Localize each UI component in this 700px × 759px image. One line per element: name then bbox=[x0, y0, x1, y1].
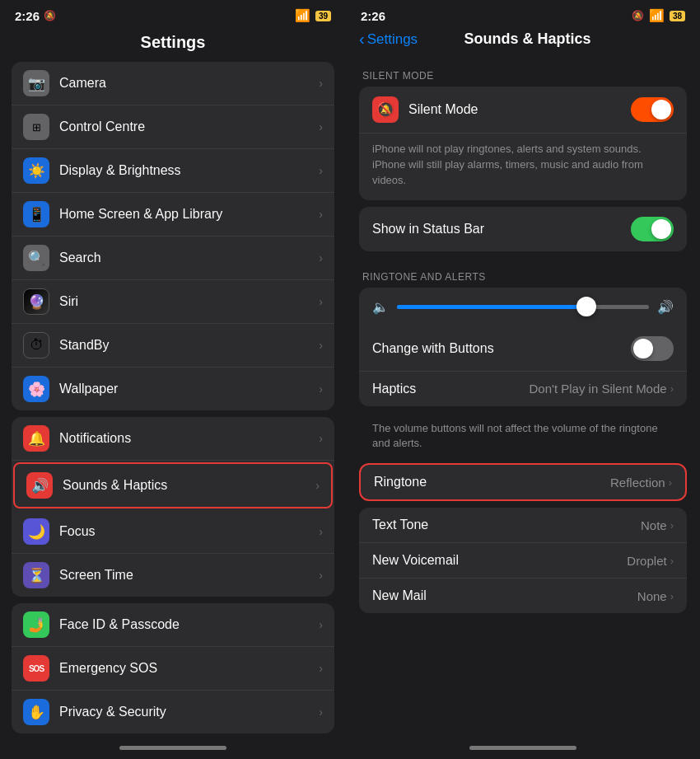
silent-mode-card: 🔕 Silent Mode iPhone will not play ringt… bbox=[359, 87, 687, 200]
standby-icon: ⏱ bbox=[23, 332, 49, 358]
sidebar-item-display[interactable]: ☀️ Display & Brightness › bbox=[12, 149, 334, 193]
settings-group-3: 🤳 Face ID & Passcode › SOS Emergency SOS… bbox=[12, 603, 334, 733]
silent-mode-toggle[interactable] bbox=[631, 97, 674, 122]
search-chevron: › bbox=[319, 251, 323, 265]
right-panel: 2:26 🔕 📶 38 ‹ Settings Sounds & Haptics … bbox=[346, 0, 700, 759]
control-centre-icon: ⊞ bbox=[23, 114, 49, 140]
focus-chevron: › bbox=[319, 525, 323, 538]
volume-high-icon: 🔊 bbox=[657, 299, 674, 315]
haptics-row[interactable]: Haptics Don't Play in Silent Mode › bbox=[359, 372, 687, 406]
right-panel-title: Sounds & Haptics bbox=[418, 30, 637, 48]
sidebar-item-focus[interactable]: 🌙 Focus › bbox=[12, 510, 334, 554]
sidebar-item-screen-time[interactable]: ⏳ Screen Time › bbox=[12, 554, 334, 597]
text-tone-label: Text Tone bbox=[372, 518, 641, 532]
control-centre-chevron: › bbox=[319, 120, 323, 134]
change-with-buttons-label: Change with Buttons bbox=[372, 341, 631, 356]
volume-slider-track[interactable] bbox=[397, 305, 649, 309]
sidebar-item-emergency-sos[interactable]: SOS Emergency SOS › bbox=[12, 647, 334, 691]
sidebar-item-face-id[interactable]: 🤳 Face ID & Passcode › bbox=[12, 603, 334, 647]
notifications-chevron: › bbox=[319, 432, 323, 445]
home-screen-icon: 📱 bbox=[23, 201, 49, 227]
right-time: 2:26 bbox=[361, 9, 385, 23]
right-status-bar: 2:26 🔕 📶 38 bbox=[346, 0, 700, 26]
standby-chevron: › bbox=[319, 339, 323, 352]
silent-mode-icon: 🔕 bbox=[372, 96, 399, 123]
new-mail-label: New Mail bbox=[372, 588, 637, 603]
settings-group-1: 📷 Camera › ⊞ Control Centre › ☀️ Display… bbox=[12, 62, 334, 410]
left-panel: 2:26 🔕 📶 39 Settings 📷 Camera › ⊞ Contro… bbox=[0, 0, 346, 759]
sidebar-item-home-screen[interactable]: 📱 Home Screen & App Library › bbox=[12, 193, 334, 237]
ringtone-card: Ringtone Reflection › bbox=[359, 463, 687, 501]
left-home-bar bbox=[119, 746, 226, 750]
volume-slider-row[interactable]: 🔈 🔊 bbox=[359, 288, 687, 326]
tones-card: Text Tone Note › New Voicemail Droplet ›… bbox=[359, 508, 687, 613]
silent-mode-description: iPhone will not play ringtones, alerts a… bbox=[359, 134, 687, 200]
right-wifi-icon: 📶 bbox=[649, 8, 665, 23]
back-chevron-icon: ‹ bbox=[359, 30, 365, 49]
right-content: SILENT MODE 🔕 Silent Mode iPhone will no… bbox=[346, 57, 700, 739]
left-panel-title: Settings bbox=[0, 26, 346, 62]
control-centre-label: Control Centre bbox=[59, 119, 319, 134]
sounds-chevron: › bbox=[315, 479, 320, 492]
left-wifi-icon: 📶 bbox=[295, 8, 310, 23]
wallpaper-chevron: › bbox=[319, 382, 323, 396]
text-tone-row[interactable]: Text Tone Note › bbox=[359, 508, 687, 543]
show-status-bar-row[interactable]: Show in Status Bar bbox=[359, 207, 687, 251]
text-tone-chevron: › bbox=[670, 519, 674, 532]
sidebar-item-sounds[interactable]: 🔊 Sounds & Haptics › bbox=[13, 462, 333, 508]
sidebar-item-privacy[interactable]: ✋ Privacy & Security › bbox=[12, 691, 334, 733]
change-with-buttons-toggle[interactable] bbox=[631, 336, 674, 361]
sidebar-item-notifications[interactable]: 🔔 Notifications › bbox=[12, 417, 334, 461]
new-mail-chevron: › bbox=[670, 590, 674, 602]
show-status-bar-toggle[interactable] bbox=[631, 217, 674, 241]
ringtone-section-label: RINGTONE AND ALERTS bbox=[359, 258, 687, 288]
new-voicemail-label: New Voicemail bbox=[372, 553, 627, 568]
search-icon: 🔍 bbox=[23, 245, 49, 271]
sidebar-item-search[interactable]: 🔍 Search › bbox=[12, 237, 334, 280]
face-id-chevron: › bbox=[319, 618, 323, 631]
notifications-icon: 🔔 bbox=[23, 425, 49, 452]
silent-mode-row[interactable]: 🔕 Silent Mode bbox=[359, 87, 687, 134]
ringtone-value: Reflection bbox=[610, 476, 665, 490]
new-voicemail-row[interactable]: New Voicemail Droplet › bbox=[359, 543, 687, 579]
change-with-buttons-row[interactable]: Change with Buttons bbox=[359, 326, 687, 372]
home-screen-chevron: › bbox=[319, 208, 323, 221]
show-status-bar-toggle-knob bbox=[651, 219, 671, 239]
face-id-icon: 🤳 bbox=[23, 611, 49, 638]
screen-time-icon: ⏳ bbox=[23, 562, 49, 588]
right-bell-icon: 🔕 bbox=[632, 10, 644, 21]
sidebar-item-standby[interactable]: ⏱ StandBy › bbox=[12, 324, 334, 368]
ringtone-row[interactable]: Ringtone Reflection › bbox=[361, 465, 685, 499]
screen-time-chevron: › bbox=[319, 569, 323, 582]
settings-list: 📷 Camera › ⊞ Control Centre › ☀️ Display… bbox=[0, 62, 346, 739]
sidebar-item-camera[interactable]: 📷 Camera › bbox=[12, 62, 334, 105]
search-label: Search bbox=[59, 251, 319, 265]
new-voicemail-chevron: › bbox=[670, 555, 674, 567]
home-screen-label: Home Screen & App Library bbox=[59, 207, 319, 222]
sidebar-item-siri[interactable]: 🔮 Siri › bbox=[12, 280, 334, 324]
sounds-label: Sounds & Haptics bbox=[63, 478, 315, 493]
ringtone-label: Ringtone bbox=[374, 475, 610, 490]
show-status-bar-label: Show in Status Bar bbox=[372, 222, 631, 237]
privacy-chevron: › bbox=[319, 705, 323, 719]
focus-icon: 🌙 bbox=[23, 518, 49, 545]
left-status-time-area: 2:26 🔕 bbox=[15, 9, 56, 23]
right-home-indicator bbox=[346, 739, 700, 759]
new-mail-row[interactable]: New Mail None › bbox=[359, 579, 687, 613]
silent-mode-label: Silent Mode bbox=[408, 102, 631, 117]
notifications-label: Notifications bbox=[59, 431, 319, 446]
camera-chevron: › bbox=[319, 77, 323, 90]
haptics-label: Haptics bbox=[372, 382, 530, 396]
left-battery: 39 bbox=[315, 11, 331, 21]
volume-slider-fill bbox=[397, 305, 586, 309]
siri-label: Siri bbox=[59, 294, 319, 309]
siri-icon: 🔮 bbox=[23, 288, 49, 315]
volume-slider-thumb[interactable] bbox=[576, 297, 596, 316]
privacy-label: Privacy & Security bbox=[59, 705, 319, 719]
left-bell-icon: 🔕 bbox=[44, 10, 56, 21]
left-status-bar: 2:26 🔕 📶 39 bbox=[0, 0, 346, 26]
sidebar-item-control-centre[interactable]: ⊞ Control Centre › bbox=[12, 105, 334, 149]
screen-time-label: Screen Time bbox=[59, 568, 319, 583]
back-button[interactable]: ‹ Settings bbox=[359, 30, 418, 49]
sidebar-item-wallpaper[interactable]: 🌸 Wallpaper › bbox=[12, 368, 334, 410]
